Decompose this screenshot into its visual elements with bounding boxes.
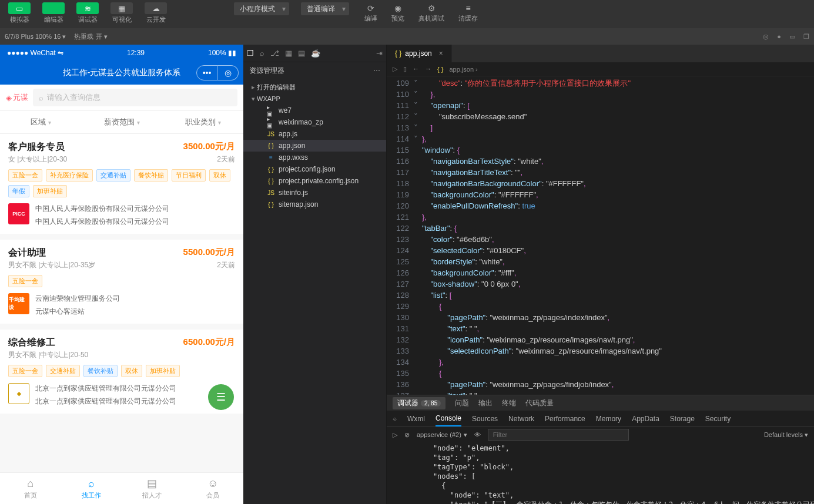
dbg-inspect-icon[interactable]: ⟐: [393, 415, 397, 423]
sim-icon-2[interactable]: ●: [777, 33, 781, 41]
explorer-misc-icon[interactable]: ☕: [311, 49, 320, 58]
bc-fwd-icon[interactable]: →: [425, 65, 431, 73]
tabbar-item[interactable]: ▤ 招人才: [122, 473, 183, 504]
hotreload-select[interactable]: 热重载 开 ▾: [74, 32, 107, 41]
bc-bookmark-icon[interactable]: ▯: [403, 65, 407, 73]
filter-item[interactable]: 区域▾: [0, 111, 81, 133]
action-cache[interactable]: ≡ 清缓存: [453, 1, 484, 24]
dbg-tab[interactable]: 终端: [502, 399, 516, 407]
editor-icon: [42, 2, 65, 14]
devtab-wxml[interactable]: Wxml: [407, 415, 425, 423]
company-logo: ◆: [8, 383, 29, 404]
job-tag: 餐饮补贴: [83, 365, 118, 377]
dbg-tab[interactable]: 代码质量: [525, 399, 554, 407]
tree-file[interactable]: { }project.config.json: [243, 163, 386, 175]
cloud-icon: ☁: [145, 2, 167, 14]
search-bar: ◈ 元谋 ⌕ 请输入查询信息: [0, 85, 243, 110]
sim-icon-4[interactable]: ❐: [803, 33, 809, 41]
company-addr: 北京一点到家供应链管理有限公司元谋分公司: [35, 396, 176, 406]
editor-tab-appjson[interactable]: { } app.json ×: [387, 45, 452, 62]
simulator-icon: ▭: [8, 2, 31, 14]
explorer-ext-icon[interactable]: ▦: [285, 49, 292, 58]
capsule-more-icon[interactable]: •••: [196, 65, 217, 80]
company-logo: PICC: [8, 203, 29, 224]
explorer-search-icon[interactable]: ⌕: [260, 49, 264, 58]
dbg-tab[interactable]: 输出: [478, 399, 493, 407]
explorer-expand-icon[interactable]: ⇥: [376, 49, 383, 58]
dbg-play-icon[interactable]: ▷: [393, 431, 397, 439]
explorer-title: 资源管理器: [249, 66, 284, 76]
explorer-git-icon[interactable]: ⎇: [270, 49, 279, 58]
console-output[interactable]: "node": "element", "tag": "p", "tagType"…: [387, 442, 814, 504]
explorer-db-icon[interactable]: ▤: [298, 49, 305, 58]
devtab-storage[interactable]: Storage: [670, 415, 695, 423]
action-remote[interactable]: ⚙ 真机调试: [413, 1, 450, 24]
devtab-sources[interactable]: Sources: [472, 415, 498, 423]
devtab-network[interactable]: Network: [508, 415, 534, 423]
tree-file[interactable]: { }sitemap.json: [243, 199, 386, 210]
devtab-security[interactable]: Security: [705, 415, 731, 423]
device-select[interactable]: 6/7/8 Plus 100% 16 ▾: [5, 33, 66, 41]
tb-cloud[interactable]: ☁ 云开发: [140, 1, 172, 25]
job-card[interactable]: 客户服务专员3500.00元/月 女 |大专以上|20-302天前 五险一金补充…: [0, 134, 243, 234]
dbg-filter-input[interactable]: [488, 429, 629, 441]
company-addr: 元谋中心客运站: [35, 306, 120, 317]
tb-editor[interactable]: 编辑器: [38, 1, 69, 25]
explorer-more-icon[interactable]: ⋯: [373, 66, 380, 75]
tb-simulator[interactable]: ▭ 模拟器: [4, 1, 35, 25]
devtab-performance[interactable]: Performance: [545, 415, 585, 423]
dbg-context-select[interactable]: appservice (#2) ▾: [417, 431, 467, 439]
tabbar-item[interactable]: ⌂ 首页: [0, 473, 61, 504]
visualize-icon: ▦: [110, 2, 133, 14]
action-preview[interactable]: ◉ 预览: [386, 1, 410, 24]
code-editor[interactable]: 1091101111121131141151161171181191201211…: [387, 76, 814, 395]
tabbar-item[interactable]: ⌕ 找工作: [61, 473, 122, 504]
bc-back-icon[interactable]: ←: [413, 65, 419, 73]
explorer-files-icon[interactable]: ❐: [247, 49, 254, 58]
opened-editors-section[interactable]: 打开的编辑器: [243, 81, 386, 93]
dbg-eye-icon[interactable]: 👁: [474, 431, 481, 438]
tb-debugger[interactable]: ≋ 调试器: [72, 1, 103, 25]
tree-file[interactable]: { }project.private.config.json: [243, 175, 386, 187]
job-card[interactable]: 综合维修工6500.00元/月 男女不限 |中专以上|20-50 五险一金交通补…: [0, 330, 243, 414]
location-picker[interactable]: ◈ 元谋: [6, 92, 28, 103]
job-card[interactable]: 会计助理5500.00元/月 男女不限 |大专以上|20-35岁2天前 五险一金…: [0, 240, 243, 324]
tree-file[interactable]: JSapp.js: [243, 128, 386, 140]
sim-icon-1[interactable]: ◎: [763, 33, 769, 41]
sim-icon-3[interactable]: ▭: [789, 33, 795, 41]
tree-file[interactable]: { }app.json: [243, 140, 386, 152]
mode-select[interactable]: 小程序模式: [234, 2, 289, 15]
project-section[interactable]: WXAPP: [243, 93, 386, 105]
job-tag: 年假: [8, 185, 29, 197]
dbg-clear-icon[interactable]: ⊘: [404, 431, 410, 439]
tree-folder[interactable]: ▸ ▣we7: [243, 105, 386, 116]
dbg-tab-debugger[interactable]: 调试器2, 85: [393, 397, 445, 409]
devtab-appdata[interactable]: AppData: [632, 415, 659, 423]
tabbar-item[interactable]: ☺ 会员: [183, 473, 244, 504]
json-file-icon: { }: [395, 49, 401, 58]
tree-folder[interactable]: ▸ ▣weixinmao_zp: [243, 116, 386, 128]
capsule-close-icon[interactable]: ◎: [217, 65, 239, 80]
job-tag: 双休: [121, 365, 142, 377]
chevron-down-icon: ▾: [48, 119, 51, 126]
devtab-memory[interactable]: Memory: [596, 415, 621, 423]
tree-file[interactable]: JSsiteinfo.js: [243, 187, 386, 199]
close-tab-icon[interactable]: ×: [439, 49, 443, 58]
dbg-tab[interactable]: 问题: [455, 399, 469, 407]
chat-fab[interactable]: ☰: [208, 384, 234, 410]
compile-select[interactable]: 普通编译: [301, 2, 349, 15]
filter-item[interactable]: 职业类别▾: [162, 111, 243, 133]
job-tag: 节日福利: [172, 169, 206, 182]
search-input[interactable]: ⌕ 请输入查询信息: [33, 89, 237, 106]
tb-visualize[interactable]: ▦ 可视化: [106, 1, 138, 25]
job-time: 2天前: [217, 154, 235, 164]
action-compile[interactable]: ⟳ 编译: [359, 1, 383, 24]
dbg-levels-select[interactable]: Default levels ▾: [764, 431, 808, 439]
job-meta: 男女不限 |大专以上|20-35岁: [8, 260, 95, 270]
devtab-console[interactable]: Console: [436, 414, 461, 426]
tree-file[interactable]: ≡app.wxss: [243, 152, 386, 163]
filter-item[interactable]: 薪资范围▾: [81, 111, 162, 133]
bc-nav-icon[interactable]: ▷: [393, 65, 397, 73]
simulator-subtoolbar: 6/7/8 Plus 100% 16 ▾ 热重载 开 ▾ ◎ ● ▭ ❐: [0, 28, 814, 45]
job-list[interactable]: 客户服务专员3500.00元/月 女 |大专以上|20-302天前 五险一金补充…: [0, 134, 243, 472]
